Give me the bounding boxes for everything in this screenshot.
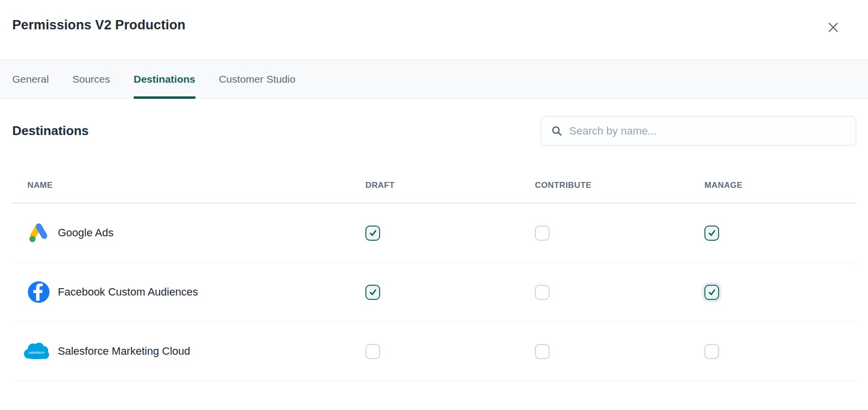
magnifier-icon: [551, 125, 562, 137]
tab-bar: General Sources Destinations Customer St…: [0, 60, 868, 99]
section-heading: Destinations: [12, 123, 89, 138]
checkbox-salesforce-contribute[interactable]: [535, 344, 550, 359]
checkmark-icon: [707, 228, 717, 238]
destination-name: Facebook Custom Audiences: [58, 286, 198, 298]
destinations-table: NAME DRAFT CONTRIBUTE MANAGE Google Ads: [12, 168, 856, 381]
tab-destinations[interactable]: Destinations: [134, 60, 195, 98]
tab-sources[interactable]: Sources: [72, 60, 110, 98]
table-row-facebook-custom-audiences: Facebook Custom Audiences: [12, 263, 856, 322]
column-header-contribute: CONTRIBUTE: [535, 181, 704, 190]
checkmark-icon: [368, 288, 378, 297]
tab-customer-studio[interactable]: Customer Studio: [219, 60, 295, 98]
close-icon: [827, 21, 840, 34]
dialog-title: Permissions V2 Production: [12, 18, 186, 33]
search-box[interactable]: [541, 116, 856, 146]
checkbox-google-ads-contribute[interactable]: [535, 226, 550, 241]
checkmark-icon: [707, 288, 717, 297]
search-input[interactable]: [569, 125, 846, 137]
column-header-manage: MANAGE: [704, 181, 856, 190]
table-row-google-ads: Google Ads: [12, 204, 856, 263]
google-ads-logo: [27, 222, 50, 244]
checkbox-facebook-contribute[interactable]: [535, 285, 550, 300]
tab-general[interactable]: General: [12, 60, 49, 98]
checkbox-google-ads-draft[interactable]: [365, 226, 380, 241]
table-header-row: NAME DRAFT CONTRIBUTE MANAGE: [12, 168, 856, 204]
destination-name-cell: Google Ads: [27, 222, 365, 244]
destination-name: Google Ads: [58, 227, 114, 239]
checkbox-facebook-manage[interactable]: [704, 285, 719, 300]
checkbox-facebook-draft[interactable]: [365, 285, 380, 300]
close-button[interactable]: [823, 18, 843, 37]
dialog-header: Permissions V2 Production: [0, 0, 868, 60]
checkbox-salesforce-draft[interactable]: [365, 344, 380, 359]
checkbox-google-ads-manage[interactable]: [704, 226, 719, 241]
column-header-name: NAME: [27, 181, 365, 190]
destination-name: Salesforce Marketing Cloud: [58, 345, 190, 358]
checkbox-salesforce-manage[interactable]: [704, 344, 719, 359]
salesforce-logo: salesforce: [23, 341, 50, 362]
facebook-logo: [27, 281, 50, 303]
destination-name-cell: salesforce Salesforce Marketing Cloud: [27, 340, 365, 363]
column-header-draft: DRAFT: [365, 181, 535, 190]
table-row-salesforce-marketing-cloud: salesforce Salesforce Marketing Cloud: [12, 322, 856, 381]
svg-text:salesforce: salesforce: [28, 351, 44, 355]
checkmark-icon: [368, 228, 378, 238]
destination-name-cell: Facebook Custom Audiences: [27, 281, 365, 303]
tab-panel-destinations: Destinations NAME DRAFT CONTRIBUTE MANAG…: [0, 116, 868, 381]
